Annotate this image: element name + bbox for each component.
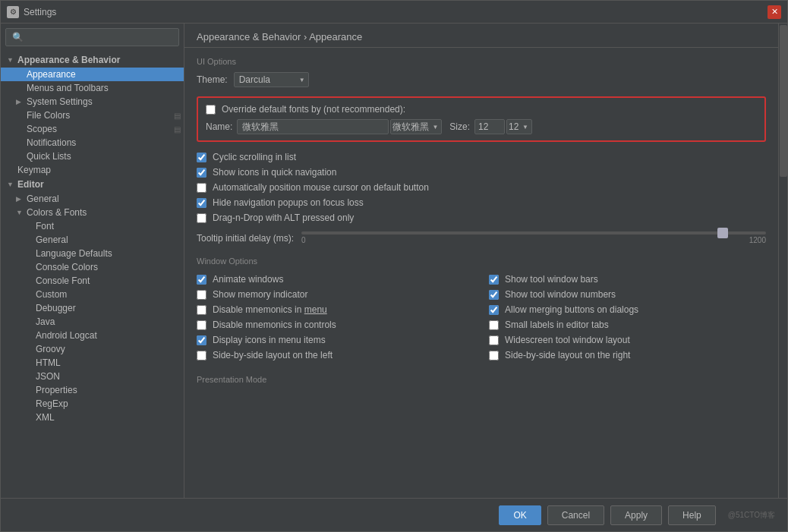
- animate-win-checkbox[interactable]: [197, 275, 206, 285]
- collapse-arrow: ▼: [7, 181, 16, 188]
- side-right-checkbox[interactable]: [489, 351, 499, 360]
- show-mem-label[interactable]: Show memory indicator: [213, 289, 307, 300]
- ok-button[interactable]: OK: [499, 505, 541, 525]
- disable-mnem-ctrl-label[interactable]: Disable mnemonics in controls: [213, 320, 336, 330]
- sidebar-item-colors-fonts[interactable]: ▼ Colors & Fonts: [1, 206, 184, 219]
- show-tool-bars-label[interactable]: Show tool window bars: [505, 274, 598, 285]
- window-options-label: Window Options: [197, 257, 766, 266]
- sidebar-label: Keymap: [17, 165, 51, 175]
- slider-min: 0: [301, 236, 306, 244]
- sidebar-item-menus-toolbars[interactable]: Menus and Toolbars: [1, 81, 184, 95]
- sidebar-item-general-cf[interactable]: General: [1, 233, 184, 247]
- show-icons-label[interactable]: Show icons in quick navigation: [213, 167, 336, 178]
- drag-alt-label[interactable]: Drag-n-Drop with ALT pressed only: [213, 212, 354, 223]
- cancel-button[interactable]: Cancel: [547, 505, 604, 525]
- sidebar-label: Quick Lists: [27, 151, 71, 162]
- window-options-grid: Animate windows Show memory indicator Di…: [197, 272, 766, 363]
- size-input[interactable]: [474, 119, 505, 134]
- tooltip-row: Tooltip initial delay (ms): 0 1200: [197, 231, 766, 244]
- sidebar-item-json[interactable]: JSON: [1, 370, 184, 383]
- sidebar-item-lang-defaults[interactable]: Language Defaults: [1, 247, 184, 260]
- animate-win-label[interactable]: Animate windows: [213, 274, 283, 285]
- sidebar-item-properties[interactable]: Properties: [1, 383, 184, 397]
- side-left-checkbox[interactable]: [197, 351, 206, 360]
- show-tool-numbers-checkbox[interactable]: [489, 290, 499, 300]
- side-right-label[interactable]: Side-by-side layout on the right: [505, 350, 630, 360]
- sidebar-item-groovy[interactable]: Groovy: [1, 342, 184, 356]
- theme-select[interactable]: Darcula IntelliJ Windows High contrast: [234, 72, 309, 87]
- sidebar-label: Custom: [36, 289, 67, 300]
- auto-position-label[interactable]: Automatically position mouse cursor on d…: [213, 182, 429, 193]
- apply-button[interactable]: Apply: [610, 505, 662, 525]
- sidebar-label: Android Logcat: [36, 330, 97, 341]
- search-input[interactable]: [5, 28, 179, 46]
- auto-position-checkbox[interactable]: [197, 183, 206, 193]
- sidebar-item-font[interactable]: Font: [1, 219, 184, 233]
- size-dropdown[interactable]: 12 10 11 13 14: [506, 119, 532, 134]
- small-labels-checkbox[interactable]: [489, 320, 499, 330]
- sidebar-label: HTML: [36, 357, 61, 368]
- content-body: UI Options Theme: Darcula IntelliJ Windo…: [184, 48, 778, 498]
- sidebar-item-regexp[interactable]: RegExp: [1, 397, 184, 411]
- window-title: Settings: [24, 7, 768, 17]
- hide-nav-label[interactable]: Hide navigation popups on focus loss: [213, 197, 364, 208]
- sidebar-item-android-logcat[interactable]: Android Logcat: [1, 329, 184, 342]
- tooltip-slider[interactable]: [301, 231, 766, 235]
- disable-mnem-menu-checkbox[interactable]: [197, 305, 206, 315]
- checkbox-side-right: Side-by-side layout on the right: [489, 348, 766, 363]
- sidebar-item-keymap[interactable]: Keymap: [1, 163, 184, 177]
- disable-mnem-menu-label[interactable]: Disable mnemonics in menu: [213, 304, 327, 315]
- sidebar-item-xml[interactable]: XML: [1, 411, 184, 424]
- widescreen-label[interactable]: Widescreen tool window layout: [505, 335, 630, 345]
- checkbox-show-icons: Show icons in quick navigation: [197, 165, 766, 180]
- display-icons-label[interactable]: Display icons in menu items: [213, 335, 326, 345]
- sidebar-item-debugger[interactable]: Debugger: [1, 301, 184, 315]
- sidebar-item-console-font[interactable]: Console Font: [1, 274, 184, 288]
- sidebar-label: Appearance & Behavior: [17, 55, 120, 65]
- sidebar-item-notifications[interactable]: Notifications: [1, 136, 184, 150]
- name-dropdown[interactable]: 微软雅黑: [390, 119, 442, 134]
- override-label[interactable]: Override default fonts by (not recommend…: [222, 104, 405, 115]
- small-labels-label[interactable]: Small labels in editor tabs: [505, 320, 609, 330]
- override-checkbox[interactable]: [206, 105, 216, 115]
- cyclic-scroll-checkbox[interactable]: [197, 153, 206, 162]
- cyclic-scroll-label[interactable]: Cyclic scrolling in list: [213, 152, 296, 162]
- drag-alt-checkbox[interactable]: [197, 213, 206, 223]
- widescreen-checkbox[interactable]: [489, 335, 499, 345]
- watermark: @51CTO博客: [728, 510, 775, 521]
- sidebar-item-general[interactable]: ▶ General: [1, 192, 184, 206]
- show-tool-bars-checkbox[interactable]: [489, 275, 499, 285]
- allow-merging-label[interactable]: Allow merging buttons on dialogs: [505, 304, 638, 315]
- show-icons-checkbox[interactable]: [197, 168, 206, 178]
- sidebar-item-appearance[interactable]: Appearance: [1, 68, 184, 81]
- show-tool-numbers-label[interactable]: Show tool window numbers: [505, 289, 616, 300]
- footer: OK Cancel Apply Help @51CTO博客: [1, 498, 787, 531]
- sidebar-label: Debugger: [36, 303, 76, 313]
- display-icons-checkbox[interactable]: [197, 335, 206, 345]
- scrollbar-thumb[interactable]: [780, 25, 787, 177]
- hide-nav-checkbox[interactable]: [197, 198, 206, 208]
- sidebar-item-appearance-behavior[interactable]: ▼ Appearance & Behavior: [1, 52, 184, 68]
- checkbox-show-mem: Show memory indicator: [197, 287, 474, 302]
- name-input[interactable]: [237, 119, 389, 134]
- help-button[interactable]: Help: [668, 505, 716, 525]
- override-row: Override default fonts by (not recommend…: [206, 104, 757, 115]
- side-left-label[interactable]: Side-by-side layout on the left: [213, 350, 333, 360]
- checkbox-side-left: Side-by-side layout on the left: [197, 348, 474, 363]
- sidebar-item-html[interactable]: HTML: [1, 356, 184, 370]
- sidebar-label: Appearance: [27, 69, 76, 80]
- sidebar-label: Console Colors: [36, 262, 98, 272]
- show-mem-checkbox[interactable]: [197, 290, 206, 300]
- sidebar-item-file-colors[interactable]: File Colors ▤: [1, 109, 184, 122]
- sidebar-item-scopes[interactable]: Scopes ▤: [1, 122, 184, 136]
- sidebar-item-quick-lists[interactable]: Quick Lists: [1, 150, 184, 163]
- sidebar-item-system-settings[interactable]: ▶ System Settings: [1, 95, 184, 109]
- allow-merging-checkbox[interactable]: [489, 305, 499, 315]
- disable-mnem-ctrl-checkbox[interactable]: [197, 320, 206, 330]
- sidebar-item-editor[interactable]: ▼ Editor: [1, 177, 184, 192]
- sidebar-item-java[interactable]: Java: [1, 315, 184, 329]
- sidebar-item-custom[interactable]: Custom: [1, 288, 184, 301]
- content-area: Appearance & Behavior › Appearance UI Op…: [184, 24, 778, 498]
- close-button[interactable]: ✕: [768, 5, 781, 19]
- sidebar-item-console-colors[interactable]: Console Colors: [1, 260, 184, 274]
